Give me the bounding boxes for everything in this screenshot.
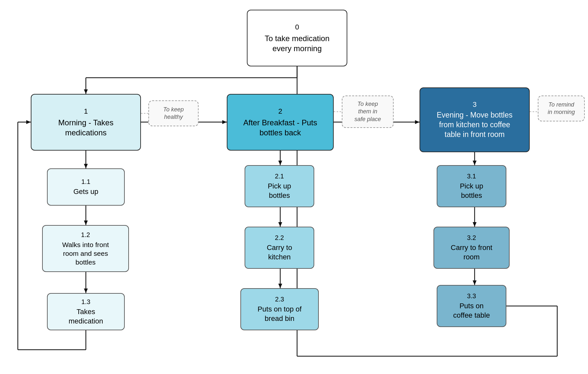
svg-marker-24 bbox=[278, 284, 282, 288]
node-3-2-label: Carry to frontroom bbox=[451, 243, 492, 262]
node-3-id: 3 bbox=[473, 100, 477, 109]
node-1-2-label: Walks into frontroom and seesbottles bbox=[62, 240, 109, 267]
node-2-1: 2.1 Pick upbottles bbox=[245, 165, 314, 207]
node-root: 0 To take medicationevery morning bbox=[247, 10, 347, 66]
node-3-3-id: 3.3 bbox=[467, 292, 476, 300]
node-1-3-label: Takesmedication bbox=[69, 307, 103, 326]
node-3-3: 3.3 Puts oncoffee table bbox=[437, 285, 506, 327]
node-3-1-id: 3.1 bbox=[467, 172, 476, 180]
node-2-3-label: Puts on top ofbread bin bbox=[258, 305, 302, 323]
svg-marker-22 bbox=[278, 222, 282, 227]
node-1-1: 1.1 Gets up bbox=[47, 168, 125, 206]
node-1-note-text: To keephealthy bbox=[163, 106, 184, 121]
node-2-label: After Breakfast - Putsbottles back bbox=[243, 118, 317, 138]
node-2-2-label: Carry tokitchen bbox=[267, 243, 292, 262]
diagram: 0 To take medicationevery morning 1 Morn… bbox=[0, 0, 588, 374]
node-1-label: Morning - Takesmedications bbox=[58, 118, 113, 138]
node-2-note: To keepthem insafe place bbox=[342, 96, 394, 128]
svg-marker-10 bbox=[222, 120, 227, 124]
svg-marker-20 bbox=[278, 161, 282, 165]
node-3-1-label: Pick upbottles bbox=[460, 182, 483, 200]
node-1-3-id: 1.3 bbox=[81, 298, 90, 306]
node-2-note-text: To keepthem insafe place bbox=[354, 100, 381, 123]
node-2-2: 2.2 Carry tokitchen bbox=[245, 227, 314, 269]
svg-marker-30 bbox=[473, 280, 477, 285]
svg-marker-28 bbox=[473, 222, 477, 227]
node-3-note-text: To remindin morning bbox=[548, 101, 575, 116]
svg-marker-3 bbox=[84, 89, 88, 94]
svg-marker-16 bbox=[84, 221, 88, 225]
node-3-2: 3.2 Carry to frontroom bbox=[433, 227, 510, 269]
node-3: 3 Evening - Move bottlesfrom kitchen to … bbox=[420, 87, 530, 152]
node-3-2-id: 3.2 bbox=[467, 233, 476, 242]
node-2-1-label: Pick upbottles bbox=[268, 182, 291, 200]
node-2-3: 2.3 Puts on top ofbread bin bbox=[240, 288, 319, 330]
node-2-1-id: 2.1 bbox=[275, 172, 284, 180]
node-1: 1 Morning - Takesmedications bbox=[31, 94, 141, 151]
node-root-id: 0 bbox=[295, 23, 299, 32]
svg-marker-5 bbox=[26, 120, 31, 124]
node-root-label: To take medicationevery morning bbox=[265, 33, 329, 53]
svg-marker-12 bbox=[415, 120, 420, 124]
node-2-2-id: 2.2 bbox=[275, 233, 284, 242]
node-3-note: To remindin morning bbox=[538, 96, 585, 121]
node-1-2-id: 1.2 bbox=[81, 231, 90, 239]
node-3-1: 3.1 Pick upbottles bbox=[437, 165, 506, 207]
svg-marker-14 bbox=[84, 164, 88, 168]
svg-marker-18 bbox=[84, 289, 88, 293]
svg-marker-26 bbox=[473, 161, 477, 165]
node-1-id: 1 bbox=[84, 107, 88, 116]
node-1-note: To keephealthy bbox=[148, 100, 199, 126]
node-2: 2 After Breakfast - Putsbottles back bbox=[227, 94, 334, 151]
node-1-2: 1.2 Walks into frontroom and seesbottles bbox=[42, 225, 129, 272]
node-2-id: 2 bbox=[278, 107, 282, 116]
node-3-label: Evening - Move bottlesfrom kitchen to co… bbox=[437, 110, 513, 140]
node-2-3-id: 2.3 bbox=[275, 295, 284, 303]
node-1-1-label: Gets up bbox=[73, 187, 98, 197]
node-3-3-label: Puts oncoffee table bbox=[453, 301, 490, 320]
node-1-1-id: 1.1 bbox=[81, 177, 90, 186]
node-1-3: 1.3 Takesmedication bbox=[47, 293, 125, 330]
